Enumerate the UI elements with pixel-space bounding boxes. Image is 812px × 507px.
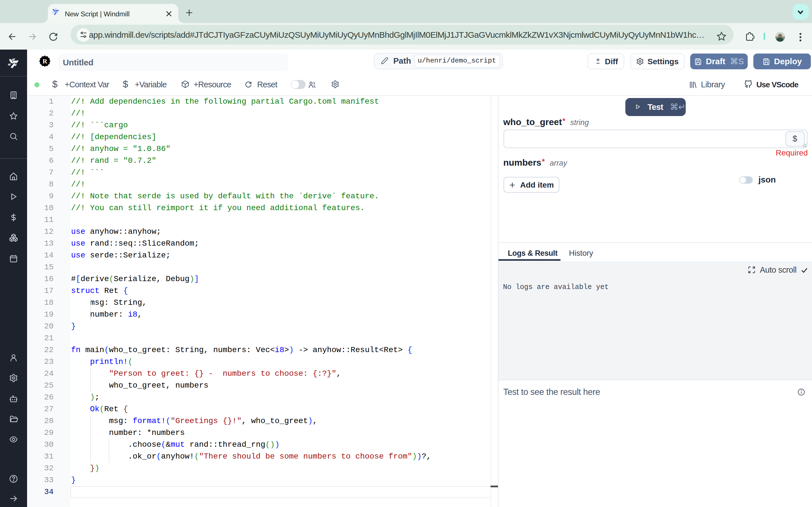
svg-text:R: R xyxy=(42,57,47,65)
